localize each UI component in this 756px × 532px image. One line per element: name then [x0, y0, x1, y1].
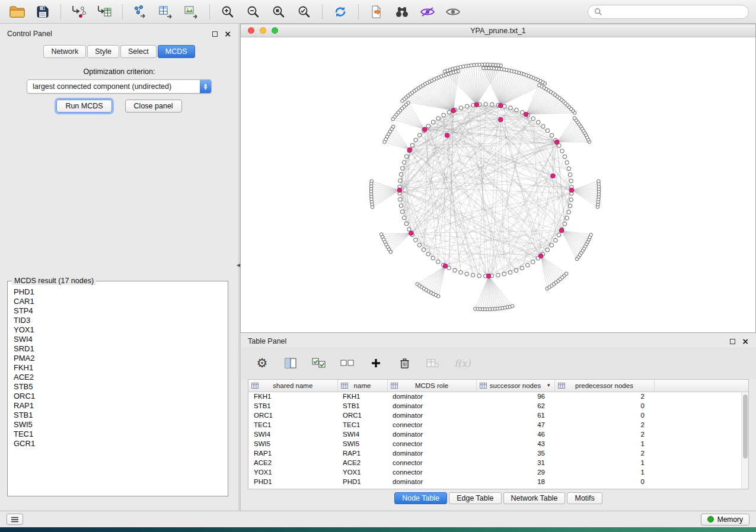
- node-table-cell[interactable]: 62: [476, 401, 554, 411]
- node-table-cell[interactable]: 47: [476, 420, 554, 430]
- node-table-cell[interactable]: 46: [476, 430, 554, 439]
- node-table-cell[interactable]: SWI4: [248, 430, 337, 439]
- node-table-cell[interactable]: 2: [554, 420, 654, 430]
- table-settings-button[interactable]: ⚙: [255, 354, 269, 373]
- node-table-cell[interactable]: 29: [476, 467, 554, 477]
- network-window-titlebar[interactable]: YPA_prune.txt_1: [241, 24, 755, 37]
- node-table-cell[interactable]: YOX1: [337, 467, 387, 477]
- run-mcds-button[interactable]: Run MCDS: [56, 100, 111, 113]
- node-table-cell[interactable]: 18: [476, 477, 554, 486]
- table-scrollbar[interactable]: [741, 392, 748, 489]
- optimization-criterion-select[interactable]: largest connected component (undirected)…: [27, 79, 212, 94]
- network-canvas[interactable]: [241, 37, 755, 332]
- column-header-successor-nodes[interactable]: successor nodes▾: [476, 380, 554, 392]
- tab-edge-table[interactable]: Edge Table: [449, 492, 501, 504]
- close-table-panel-icon[interactable]: ×: [742, 337, 749, 345]
- export-table-button[interactable]: [156, 2, 176, 21]
- zoom-selected-button[interactable]: [294, 2, 314, 21]
- node-table-cell[interactable]: 2: [554, 430, 654, 439]
- zoom-in-button[interactable]: [218, 2, 238, 21]
- node-table-cell[interactable]: PHD1: [248, 477, 337, 486]
- tab-network[interactable]: Network: [43, 45, 86, 58]
- hide-panels-button[interactable]: [417, 2, 438, 21]
- mcds-result-item[interactable]: ORC1: [9, 392, 227, 401]
- node-table-cell[interactable]: 0: [554, 401, 654, 411]
- add-column-button[interactable]: [369, 354, 383, 373]
- mcds-result-item[interactable]: RAP1: [9, 401, 227, 411]
- search-box[interactable]: [588, 5, 749, 19]
- search-input[interactable]: [606, 8, 742, 16]
- tab-network-table[interactable]: Network Table: [503, 492, 566, 504]
- import-network-button[interactable]: [69, 2, 89, 21]
- node-table-cell[interactable]: dominator: [387, 430, 476, 439]
- node-table-row[interactable]: PHD1PHD1dominator180: [248, 477, 748, 486]
- node-table-row[interactable]: SWI5SWI5connector431: [248, 439, 748, 448]
- import-table-button[interactable]: [94, 2, 114, 21]
- node-table-cell[interactable]: ACE2: [248, 458, 337, 467]
- float-table-panel-icon[interactable]: [730, 339, 735, 344]
- node-table-cell[interactable]: SWI5: [337, 439, 387, 448]
- node-table-cell[interactable]: ORC1: [337, 411, 387, 420]
- node-table-cell[interactable]: 2: [554, 392, 654, 401]
- node-table-cell[interactable]: 2: [554, 448, 654, 458]
- mcds-result-item[interactable]: PMA2: [9, 354, 227, 363]
- tab-node-table[interactable]: Node Table: [394, 492, 447, 504]
- node-table-cell[interactable]: dominator: [387, 392, 476, 401]
- column-visibility-button[interactable]: [283, 354, 298, 373]
- mcds-result-item[interactable]: CAR1: [9, 297, 227, 306]
- node-table-row[interactable]: FKH1FKH1dominator962: [248, 392, 748, 401]
- window-minimize-button[interactable]: [260, 27, 266, 34]
- close-panel-button[interactable]: Close panel: [125, 100, 182, 113]
- tab-select[interactable]: Select: [120, 45, 157, 58]
- node-table-cell[interactable]: dominator: [387, 477, 476, 486]
- zoom-out-button[interactable]: [243, 2, 263, 21]
- save-session-button[interactable]: [33, 2, 53, 21]
- mcds-result-item[interactable]: SWI4: [9, 335, 227, 344]
- mcds-result-item[interactable]: FKH1: [9, 363, 227, 373]
- mcds-result-item[interactable]: GCR1: [9, 439, 227, 448]
- column-header-mcds-role[interactable]: MCDS role: [387, 380, 476, 392]
- mcds-result-item[interactable]: TID3: [9, 316, 227, 325]
- export-network-button[interactable]: [130, 2, 151, 21]
- node-table-cell[interactable]: STB1: [248, 401, 337, 411]
- mcds-result-item[interactable]: SRD1: [9, 344, 227, 354]
- node-table-cell[interactable]: dominator: [387, 401, 476, 411]
- window-maximize-button[interactable]: [272, 27, 278, 34]
- node-table-cell[interactable]: 1: [554, 458, 654, 467]
- node-table-row[interactable]: ACE2ACE2connector311: [248, 458, 748, 467]
- deselect-all-button[interactable]: [340, 354, 355, 373]
- delete-column-button[interactable]: [397, 354, 412, 373]
- node-table-cell[interactable]: 0: [554, 477, 654, 486]
- sort-caret-icon[interactable]: ▾: [547, 383, 550, 388]
- node-table-cell[interactable]: connector: [387, 420, 476, 430]
- node-table-cell[interactable]: dominator: [387, 411, 476, 420]
- mcds-result-item[interactable]: STB1: [9, 411, 227, 420]
- mcds-result-item[interactable]: PHD1: [9, 287, 227, 297]
- node-table-cell[interactable]: 1: [554, 439, 654, 448]
- node-table-cell[interactable]: PHD1: [337, 477, 387, 486]
- node-table-cell[interactable]: ORC1: [248, 411, 337, 420]
- node-table-cell[interactable]: dominator: [387, 448, 476, 458]
- node-table-cell[interactable]: ACE2: [337, 458, 387, 467]
- refresh-layout-button[interactable]: [330, 2, 350, 21]
- node-table-cell[interactable]: FKH1: [248, 392, 337, 401]
- node-table-cell[interactable]: 43: [476, 439, 554, 448]
- node-table-cell[interactable]: SWI5: [248, 439, 337, 448]
- mcds-result-item[interactable]: STB5: [9, 382, 227, 392]
- zoom-fit-button[interactable]: [269, 2, 289, 21]
- mcds-result-item[interactable]: TEC1: [9, 430, 227, 439]
- close-panel-icon[interactable]: ×: [224, 30, 231, 38]
- column-header-predecessor-nodes[interactable]: predecessor nodes: [554, 380, 654, 392]
- node-table-cell[interactable]: TEC1: [337, 420, 387, 430]
- column-header-shared-name[interactable]: shared name: [248, 380, 337, 392]
- node-table-row[interactable]: SWI4SWI4dominator462: [248, 430, 748, 439]
- column-header-name[interactable]: name: [337, 380, 387, 392]
- node-table-cell[interactable]: 0: [554, 411, 654, 420]
- mcds-result-item[interactable]: STP4: [9, 306, 227, 316]
- node-table-cell[interactable]: 31: [476, 458, 554, 467]
- node-table-cell[interactable]: connector: [387, 467, 476, 477]
- table-scrollbar-thumb[interactable]: [743, 395, 748, 459]
- node-table-cell[interactable]: 35: [476, 448, 554, 458]
- export-page-button[interactable]: [366, 2, 387, 21]
- mcds-result-item[interactable]: ACE2: [9, 373, 227, 382]
